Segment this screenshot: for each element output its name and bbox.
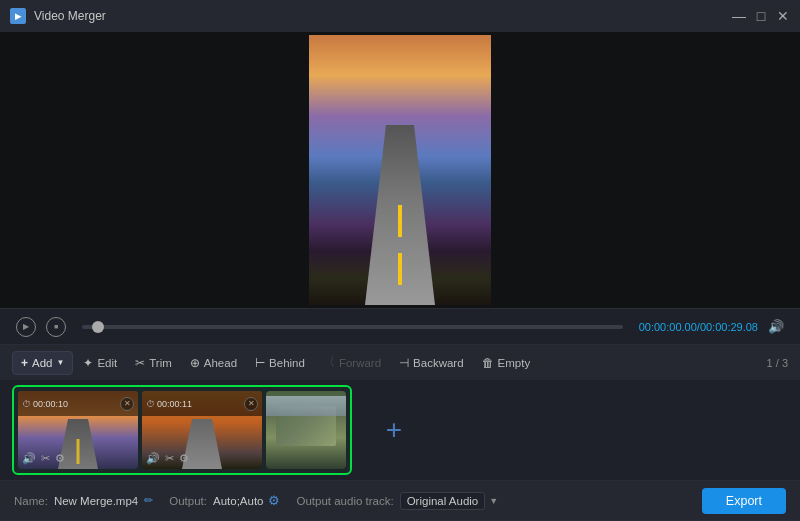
titlebar-left: ▶ Video Merger [10,8,106,24]
page-count: 1 / 3 [767,357,788,369]
empty-button[interactable]: 🗑 Empty [474,352,539,374]
empty-label: Empty [498,357,531,369]
bottom-bar: Name: New Merge.mp4 ✏ Output: Auto;Auto … [0,480,800,520]
clip-2-time-value: 00:00:11 [157,399,192,409]
maximize-button[interactable]: □ [754,9,768,23]
clip-1-actions: 🔊 ✂ ⚙ [22,452,65,465]
edit-icon: ✦ [83,356,93,370]
clip-2-time: ⏱ 00:00:11 [146,399,192,409]
titlebar: ▶ Video Merger — □ ✕ [0,0,800,32]
edit-button[interactable]: ✦ Edit [75,352,125,374]
clip-1-crop-icon[interactable]: ✂ [41,452,50,465]
backward-icon: ⊣ [399,356,409,370]
behind-label: Behind [269,357,305,369]
forward-icon: 〈 [323,354,335,371]
add-label: Add [32,357,52,369]
export-button[interactable]: Export [702,488,786,514]
timeline-indicator[interactable] [92,321,104,333]
clip-2-crop-icon[interactable]: ✂ [165,452,174,465]
trim-button[interactable]: ✂ Trim [127,352,180,374]
clip-2-audio-icon[interactable]: 🔊 [146,452,160,465]
clip-3-thumbnail [266,391,346,469]
stop-button[interactable]: ■ [46,317,66,337]
minimize-button[interactable]: — [732,9,746,23]
audio-select[interactable]: Original Audio ▼ [400,492,499,510]
clock-icon: ⏱ [22,399,31,409]
ahead-button[interactable]: ⊕ Ahead [182,352,245,374]
backward-button[interactable]: ⊣ Backward [391,352,472,374]
clip-2-effects-icon[interactable]: ⚙ [179,452,189,465]
clock-icon-2: ⏱ [146,399,155,409]
clip-1[interactable]: ⏱ 00:00:10 ✕ 🔊 ✂ ⚙ [18,391,138,469]
clip-1-time: ⏱ 00:00:10 [22,399,68,409]
app-icon: ▶ [10,8,26,24]
name-value: New Merge.mp4 [54,495,138,507]
forward-button[interactable]: 〈 Forward [315,350,389,375]
clip-1-close[interactable]: ✕ [120,397,134,411]
output-field: Output: Auto;Auto ⚙ [169,493,280,508]
ahead-label: Ahead [204,357,237,369]
add-clip-icon: + [386,414,402,446]
name-edit-icon[interactable]: ✏ [144,494,153,507]
audio-value: Original Audio [400,492,486,510]
output-gear-icon[interactable]: ⚙ [268,493,280,508]
name-field: Name: New Merge.mp4 ✏ [14,494,153,507]
clips-area: ⏱ 00:00:10 ✕ 🔊 ✂ ⚙ ⏱ 00:00:11 ✕ [0,380,800,480]
trim-label: Trim [149,357,172,369]
behind-icon: ⊢ [255,356,265,370]
add-button[interactable]: + Add ▼ [12,351,73,375]
audio-label: Output audio track: [296,495,393,507]
trash-icon: 🗑 [482,356,494,370]
output-value: Auto;Auto ⚙ [213,493,281,508]
video-preview [309,35,492,305]
clip-2[interactable]: ⏱ 00:00:11 ✕ 🔊 ✂ ⚙ [142,391,262,469]
edit-label: Edit [97,357,117,369]
toolbar: + Add ▼ ✦ Edit ✂ Trim ⊕ Ahead ⊢ Behind 〈… [0,344,800,380]
time-display: 00:00:00.00/00:00:29.08 [639,321,758,333]
clip-1-header: ⏱ 00:00:10 ✕ [18,391,138,416]
audio-dropdown-arrow: ▼ [489,496,498,506]
road-line [398,205,402,285]
close-button[interactable]: ✕ [776,9,790,23]
add-dropdown-arrow: ▼ [56,358,64,367]
video-bg [309,35,492,305]
trim-icon: ✂ [135,356,145,370]
clip-1-time-value: 00:00:10 [33,399,68,409]
app-title: Video Merger [34,9,106,23]
clip-3[interactable] [266,391,346,469]
play-button[interactable]: ▶ [16,317,36,337]
stop-icon: ■ [54,323,58,330]
clip-2-close[interactable]: ✕ [244,397,258,411]
clip-2-actions: 🔊 ✂ ⚙ [146,452,189,465]
volume-icon[interactable]: 🔊 [768,319,784,334]
audio-field: Output audio track: Original Audio ▼ [296,492,498,510]
name-label: Name: [14,495,48,507]
clip-2-header: ⏱ 00:00:11 ✕ [142,391,262,416]
window-controls: — □ ✕ [732,9,790,23]
behind-button[interactable]: ⊢ Behind [247,352,313,374]
time-current: 00:00:00.00 [639,321,697,333]
backward-label: Backward [413,357,464,369]
preview-area [0,32,800,308]
ahead-icon: ⊕ [190,356,200,370]
clip-1-audio-icon[interactable]: 🔊 [22,452,36,465]
forward-label: Forward [339,357,381,369]
clips-wrapper: ⏱ 00:00:10 ✕ 🔊 ✂ ⚙ ⏱ 00:00:11 ✕ [12,385,352,475]
plus-icon: + [21,356,28,370]
play-icon: ▶ [23,322,29,331]
add-clip-button[interactable]: + [364,391,424,469]
timeline-track[interactable] [82,325,623,329]
time-total: 00:00:29.08 [700,321,758,333]
controls-bar: ▶ ■ 00:00:00.00/00:00:29.08 🔊 [0,308,800,344]
output-label: Output: [169,495,207,507]
output-value-text: Auto;Auto [213,495,264,507]
clip-1-effects-icon[interactable]: ⚙ [55,452,65,465]
